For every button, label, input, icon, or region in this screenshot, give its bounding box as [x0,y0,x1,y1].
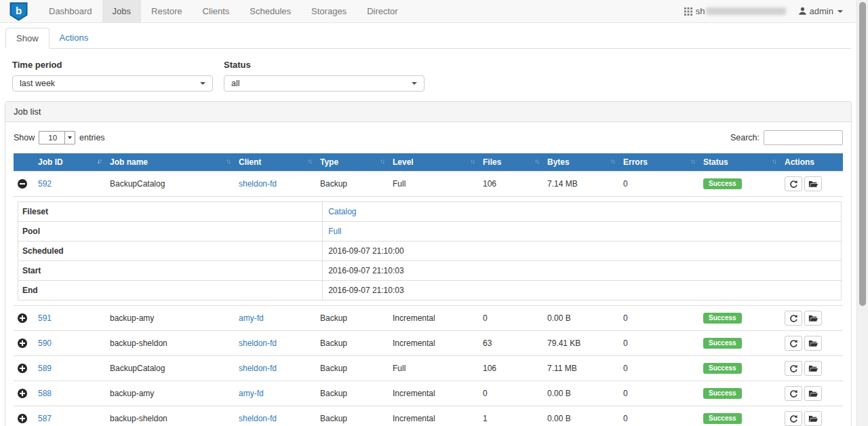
nav-item-clients[interactable]: Clients [193,0,240,23]
job-id-link[interactable]: 588 [38,389,52,398]
column-label: Type [320,157,338,167]
sort-icon: ↑↓ [534,157,538,165]
tab-show[interactable]: Show [5,28,50,49]
folder-icon [808,364,818,372]
nav-item-schedules[interactable]: Schedules [239,0,301,23]
detail-link[interactable]: Catalog [328,207,356,216]
job-table-header-row: Job ID↓↑Job name↑↓Client↑↓Type↑↓Level↑↓F… [14,153,843,172]
bareos-shield-icon: b [9,2,28,21]
entries-select[interactable]: 10 [39,131,75,144]
expand-row-icon[interactable] [18,364,27,373]
detail-value: 2016-09-07 21:10:03 [328,286,403,295]
nav-item-restore[interactable]: Restore [141,0,193,23]
column-header-level[interactable]: Level↑↓ [387,153,477,172]
rerun-icon [789,180,798,189]
job-id-link[interactable]: 590 [38,338,52,348]
bytes-cell: 7.14 MB [542,172,618,197]
client-link[interactable]: sheldon-fd [239,179,277,189]
column-header-bytes[interactable]: Bytes↑↓ [542,153,618,172]
entries-control: Show 10 entries [14,131,105,144]
search-input[interactable] [764,130,843,145]
job-log-button[interactable] [804,411,822,426]
column-header-files[interactable]: Files↑↓ [477,153,542,172]
client-link[interactable]: sheldon-fd [239,414,277,423]
time-period-label: Time period [12,60,213,70]
rerun-job-button[interactable] [785,336,802,351]
nav-item-dashboard[interactable]: Dashboard [39,0,102,23]
detail-link[interactable]: Full [328,227,341,236]
status-badge: Success [703,338,742,349]
client-link[interactable]: sheldon-fd [239,364,277,373]
username-label: admin [810,6,833,16]
nav-item-jobs[interactable]: Jobs [102,0,141,23]
time-period-value: last week [20,79,55,88]
client-link[interactable]: amy-fd [239,313,264,323]
rerun-job-button[interactable] [785,176,802,191]
scrollbar[interactable] [856,0,868,426]
type-cell: Backup [315,381,387,406]
scrollbar-thumb[interactable] [859,2,866,306]
detail-label: Start [18,261,323,281]
column-label: Actions [785,157,814,167]
chevron-down-icon [837,10,843,13]
column-label: Bytes [547,157,570,167]
expand-row-icon[interactable] [18,313,27,323]
rerun-job-button[interactable] [785,411,802,426]
client-link[interactable]: amy-fd [239,389,264,398]
user-menu[interactable]: admin [798,6,843,16]
column-header-job-id[interactable]: Job ID↓↑ [33,153,104,172]
tab-actions[interactable]: Actions [50,28,99,49]
brand-logo[interactable]: b [9,2,28,21]
job-name-cell: BackupCatalog [104,356,233,381]
sort-icon: ↑↓ [380,157,384,165]
job-name-cell: BackupCatalog [104,172,233,197]
column-label: Job ID [38,157,63,167]
job-name-cell: backup-amy [104,306,233,331]
rerun-icon [789,314,798,323]
job-list-panel: Job list Show 10 entries Search: [5,101,852,426]
time-period-select[interactable]: last week [12,75,213,92]
job-log-button[interactable] [804,386,822,401]
chevron-down-icon [200,82,205,85]
time-period-group: Time period last week [12,60,213,92]
detail-row: PoolFull [18,222,842,241]
redacted-host-text [706,7,786,15]
column-header-errors[interactable]: Errors↑↓ [618,153,698,172]
status-badge: Success [703,388,742,399]
page: b DashboardJobsRestoreClientsSchedulesSt… [0,0,856,426]
expand-row-icon[interactable] [18,389,27,398]
folder-icon [808,180,818,188]
rerun-job-button[interactable] [785,361,802,376]
column-header-job-name[interactable]: Job name↑↓ [104,153,233,172]
rerun-job-button[interactable] [785,386,802,401]
column-header-status[interactable]: Status↑↓ [698,153,779,172]
job-log-button[interactable] [804,311,822,326]
status-select[interactable]: all [224,75,425,92]
client-link[interactable]: sheldon-fd [239,338,277,348]
column-label: Status [703,157,728,167]
job-id-link[interactable]: 587 [38,414,52,423]
expand-row-icon[interactable] [18,338,27,348]
grid-icon[interactable] [684,7,692,16]
bytes-cell: 0.00 B [542,306,618,331]
job-log-button[interactable] [804,176,822,191]
files-cell: 106 [477,356,542,381]
job-id-link[interactable]: 592 [38,179,52,189]
detail-row: End2016-09-07 21:10:03 [18,281,842,301]
expand-row-icon[interactable] [18,414,27,423]
column-header-type[interactable]: Type↑↓ [315,153,387,172]
job-id-link[interactable]: 591 [38,313,52,323]
sort-icon: ↑↓ [307,157,311,165]
job-log-button[interactable] [804,361,822,376]
nav-item-director[interactable]: Director [357,0,408,23]
job-id-link[interactable]: 589 [38,364,52,373]
column-header-actions[interactable]: Actions [779,153,843,172]
errors-cell: 0 [618,331,698,356]
collapse-row-icon[interactable] [18,179,27,189]
type-cell: Backup [315,306,387,331]
nav-item-storages[interactable]: Storages [301,0,357,23]
column-header-client[interactable]: Client↑↓ [233,153,315,172]
rerun-job-button[interactable] [785,311,802,326]
column-label: Job name [110,157,148,167]
job-log-button[interactable] [804,336,822,351]
